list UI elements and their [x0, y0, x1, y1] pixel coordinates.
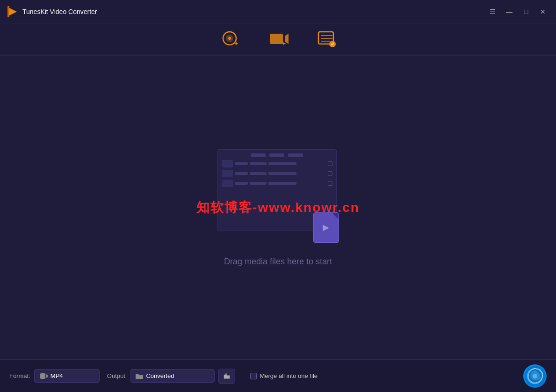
header-cell-1 — [251, 153, 266, 157]
svg-text:+: + — [234, 40, 238, 47]
app-title: TunesKit Video Converter — [22, 8, 97, 15]
status-bar: Format: MP4 Output: Converted Merge al — [0, 359, 556, 392]
row-bar — [250, 162, 267, 165]
row-bar — [250, 182, 267, 185]
row-check — [328, 171, 332, 176]
drop-illustration — [217, 149, 339, 243]
row-check — [328, 161, 332, 166]
table-header — [222, 153, 332, 157]
browse-folder-icon — [224, 372, 230, 380]
row-bar — [268, 182, 296, 185]
converted-button[interactable]: ✓ — [317, 29, 337, 50]
header-cell-3 — [288, 153, 303, 157]
menu-button[interactable]: ☰ — [485, 5, 500, 18]
tuneskit-logo-svg — [524, 365, 546, 387]
format-selector[interactable]: MP4 — [34, 369, 100, 383]
row-bar — [235, 182, 248, 185]
title-bar: TunesKit Video Converter ☰ — □ ✕ — [0, 0, 556, 23]
header-cell-2 — [269, 153, 284, 157]
svg-text:✓: ✓ — [331, 42, 334, 47]
toolbar: + + ✓ — [0, 23, 556, 56]
minimize-button[interactable]: — — [502, 5, 517, 18]
output-label: Output: — [107, 372, 127, 379]
title-bar-left: TunesKit Video Converter — [6, 5, 97, 18]
row-bar — [268, 172, 296, 175]
table-row — [222, 160, 332, 167]
row-bar — [268, 162, 296, 165]
drag-drop-hint: Drag media files here to start — [224, 257, 332, 267]
output-path-display[interactable]: Converted — [130, 369, 215, 383]
row-thumbnail — [222, 160, 233, 167]
output-value: Converted — [146, 372, 174, 379]
tuneskit-logo — [523, 364, 547, 388]
maximize-button[interactable]: □ — [519, 5, 534, 18]
format-label: Format: — [9, 372, 30, 379]
converted-icon: ✓ — [317, 29, 337, 50]
file-corner — [332, 213, 339, 219]
add-media-icon: + — [219, 29, 240, 50]
svg-rect-6 — [270, 34, 283, 44]
svg-marker-16 — [46, 374, 48, 378]
format-section: Format: MP4 — [9, 369, 100, 383]
merge-label: Merge all into one file — [260, 372, 318, 379]
window-controls: ☰ — □ ✕ — [485, 5, 550, 18]
svg-point-4 — [228, 37, 231, 40]
video-file-icon — [313, 212, 339, 243]
add-video-button[interactable]: + — [268, 29, 289, 50]
merge-checkbox[interactable] — [250, 373, 257, 379]
row-thumbnail — [222, 170, 233, 177]
svg-rect-15 — [40, 373, 45, 379]
svg-rect-17 — [225, 373, 228, 374]
row-check — [328, 181, 332, 186]
svg-point-20 — [533, 374, 537, 378]
format-value: MP4 — [51, 372, 63, 379]
add-video-icon: + — [268, 29, 289, 50]
close-button[interactable]: ✕ — [535, 5, 550, 18]
format-icon — [40, 373, 48, 379]
output-section: Output: Converted — [107, 369, 236, 384]
row-bar — [250, 172, 267, 175]
svg-rect-1 — [7, 6, 9, 17]
table-row — [222, 170, 332, 177]
row-bar — [235, 162, 248, 165]
add-media-button[interactable]: + — [219, 29, 240, 50]
table-row — [222, 180, 332, 187]
folder-icon — [136, 373, 143, 379]
app-logo — [6, 5, 19, 18]
main-area: 知软博客-www.knowr.cn Drag media files here … — [0, 56, 556, 359]
merge-section: Merge all into one file — [250, 372, 318, 379]
browse-button[interactable] — [218, 369, 235, 384]
row-bar — [235, 172, 248, 175]
row-thumbnail — [222, 180, 233, 187]
svg-text:+: + — [282, 40, 286, 47]
